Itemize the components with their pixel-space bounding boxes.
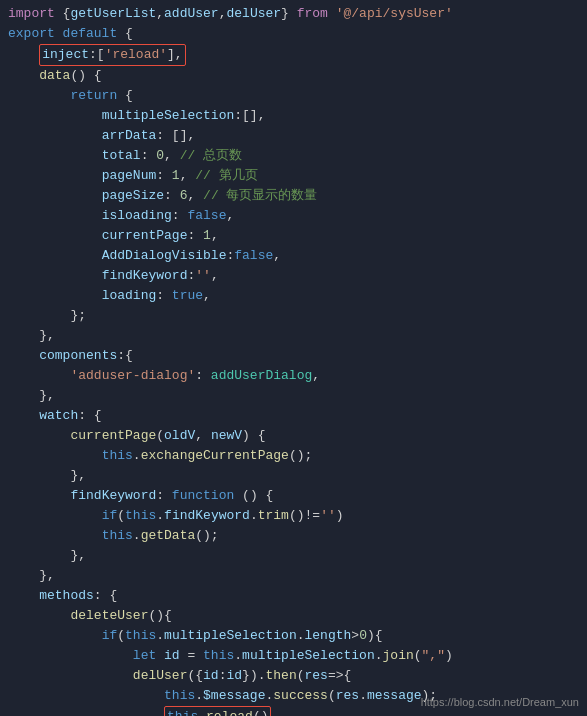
code-line-22: currentPage(oldV, newV) { [0,426,587,446]
code-line-13: AddDialogVisible:false, [0,246,587,266]
code-line-12: currentPage: 1, [0,226,587,246]
code-line-18: components:{ [0,346,587,366]
code-line-27: this.getData(); [0,526,587,546]
code-line-15: loading: true, [0,286,587,306]
code-line-1: import {getUserList,addUser,delUser} fro… [0,4,587,24]
code-line-30: methods: { [0,586,587,606]
watermark: https://blog.csdn.net/Dream_xun [421,696,579,708]
code-line-26: if(this.findKeyword.trim()!='') [0,506,587,526]
code-line-23: this.exchangeCurrentPage(); [0,446,587,466]
code-line-14: findKeyword:'', [0,266,587,286]
code-line-7: arrData: [], [0,126,587,146]
code-line-11: isloading: false, [0,206,587,226]
code-line-34: delUser({id:id}).then(res=>{ [0,666,587,686]
code-line-20: }, [0,386,587,406]
code-line-31: deleteUser(){ [0,606,587,626]
code-line-28: }, [0,546,587,566]
code-line-3: inject:['reload'], [0,44,587,66]
reload-highlight: this.reload() [164,706,271,716]
code-line-6: multipleSelection:[], [0,106,587,126]
code-line-17: }, [0,326,587,346]
inject-highlight: inject:['reload'], [39,44,185,66]
code-line-29: }, [0,566,587,586]
code-line-9: pageNum: 1, // 第几页 [0,166,587,186]
code-line-10: pageSize: 6, // 每页显示的数量 [0,186,587,206]
code-line-16: }; [0,306,587,326]
code-line-33: let id = this.multipleSelection.join(","… [0,646,587,666]
code-line-24: }, [0,466,587,486]
import-keyword: import [8,4,63,24]
code-editor: import {getUserList,addUser,delUser} fro… [0,0,587,716]
code-line-32: if(this.multipleSelection.length>0){ [0,626,587,646]
code-line-5: return { [0,86,587,106]
code-line-2: export default { [0,24,587,44]
code-line-8: total: 0, // 总页数 [0,146,587,166]
code-line-21: watch: { [0,406,587,426]
code-line-25: findKeyword: function () { [0,486,587,506]
code-line-19: 'adduser-dialog': addUserDialog, [0,366,587,386]
code-line-4: data() { [0,66,587,86]
